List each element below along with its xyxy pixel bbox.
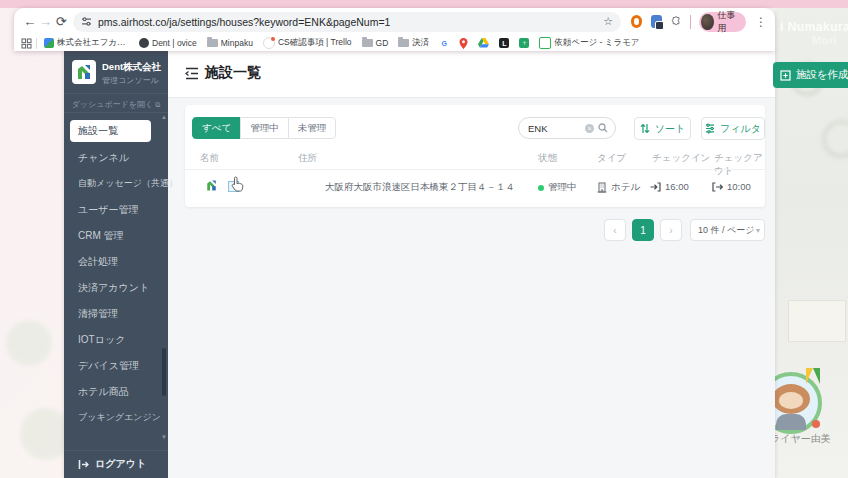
col-header-status: 状態 <box>538 152 557 165</box>
sidebar-item-crm[interactable]: CRM 管理 <box>78 229 124 243</box>
l-app-favicon: L <box>499 38 509 48</box>
page-header: 施設一覧 施設を作成 <box>168 50 775 98</box>
page-1-button[interactable]: 1 <box>632 219 654 241</box>
tab-unmanaged[interactable]: 未管理 <box>288 117 337 139</box>
table-row[interactable]: 大阪府大阪市浪速区日本橋東２丁目４－１４ 管理中 ホテル <box>185 170 765 207</box>
desktop-plant-shape <box>6 320 52 366</box>
row-checkout: 10:00 <box>712 181 751 192</box>
sidebar-item-payment-account[interactable]: 決済アカウント <box>78 281 149 295</box>
sidebar-item-auto-message[interactable]: 自動メッセージ（共通） <box>78 177 178 190</box>
bookmark-efcafe[interactable]: 株式会社エフカフェ -... <box>44 37 129 49</box>
back-button[interactable]: ← <box>22 13 38 31</box>
tab-all[interactable]: すべて <box>192 117 241 139</box>
desktop-map-name-1: i Numakura <box>780 20 848 34</box>
bookmark-sheets[interactable]: ＋ <box>519 38 529 48</box>
ovice-favicon <box>139 38 149 48</box>
extensions-puzzle-icon[interactable] <box>671 15 681 28</box>
plus-square-icon <box>780 70 791 81</box>
bookmark-drive[interactable] <box>478 38 489 48</box>
extensions-row: 仕事用 ⋮ <box>631 12 767 32</box>
pms-page: Dent株式会社 管理コンソール ダッシュボードを開く ⧉ 施設一覧 チャンネル… <box>64 50 775 478</box>
search-icon[interactable] <box>598 123 608 133</box>
bookmark-folder-kessai[interactable]: 決済 <box>398 37 429 49</box>
sidebar-item-accounting[interactable]: 会計処理 <box>78 255 118 269</box>
trello-favicon <box>263 37 275 49</box>
row-status: 管理中 <box>538 181 577 194</box>
sidebar-item-booking-engine[interactable]: ブッキングエンジン <box>78 411 161 424</box>
keyword-search-box: × <box>518 117 616 139</box>
scroll-up-icon[interactable]: ▲ <box>161 114 167 120</box>
bookmark-maps[interactable] <box>459 38 468 49</box>
bookmark-folder-minpaku[interactable]: Minpaku <box>207 38 253 48</box>
sidebar-item-user-admin[interactable]: ユーザー管理 <box>78 203 138 217</box>
sort-button[interactable]: ソート <box>634 117 691 140</box>
toolbar-divider <box>690 15 691 29</box>
desktop-desk-shape <box>788 300 846 342</box>
row-address: 大阪府大阪市浪速区日本橋東２丁目４－１４ <box>325 181 515 194</box>
screenshot-stage: i Numakura Mori ライヤー由美 ← → ⟳ pms.airhost… <box>0 0 848 478</box>
hotel-building-icon <box>597 182 607 193</box>
profile-label: 仕事用 <box>718 9 738 35</box>
logout-button[interactable]: ログアウト <box>78 457 146 471</box>
avatar-accent-dot <box>812 420 820 428</box>
org-logo <box>72 60 96 84</box>
sheets-favicon: ＋ <box>519 38 529 48</box>
status-dot-icon <box>538 185 544 191</box>
filter-button[interactable]: フィルタ <box>701 117 765 140</box>
search-input[interactable] <box>526 122 581 135</box>
address-bar[interactable]: pms.airhost.co/ja/settings/houses?keywor… <box>73 12 621 32</box>
bookmark-l-app[interactable]: L <box>499 38 509 48</box>
org-subtitle: 管理コンソール <box>102 75 159 86</box>
bookmark-google[interactable]: G <box>439 38 449 48</box>
reload-button[interactable]: ⟳ <box>53 13 69 31</box>
bookmark-trello[interactable]: CS確認事項 | Trello <box>263 37 352 49</box>
create-facility-button[interactable]: 施設を作成 <box>773 62 848 88</box>
bookmark-ovice[interactable]: Dent | ovice <box>139 38 197 48</box>
org-name: Dent株式会社 <box>102 61 161 74</box>
prev-page-button[interactable]: ‹ <box>604 219 626 241</box>
site-settings-icon[interactable] <box>81 16 92 27</box>
sidebar-scrollbar[interactable] <box>162 348 166 396</box>
password-extension-icon[interactable] <box>651 15 661 28</box>
chrome-menu-icon[interactable]: ⋮ <box>755 15 767 29</box>
col-header-type: タイプ <box>597 152 626 165</box>
checkin-icon <box>650 182 661 192</box>
filter-sliders-icon <box>705 123 715 134</box>
bookmark-irai-page[interactable]: 依頼ページ - ミラモア <box>539 37 639 49</box>
google-favicon: G <box>439 38 449 48</box>
efcafe-favicon <box>44 38 54 48</box>
collapse-sidebar-icon[interactable] <box>185 67 199 80</box>
folder-icon <box>362 39 373 47</box>
apps-grid-icon[interactable] <box>21 38 32 49</box>
sidebar-item-shisetsu-ichiran[interactable]: 施設一覧 <box>70 120 151 142</box>
mouse-hand-cursor <box>231 176 246 193</box>
sidebar-item-cleaning[interactable]: 清掃管理 <box>78 307 118 321</box>
chevron-down-icon: ▼ <box>754 227 761 234</box>
bookmark-star-icon[interactable]: ☆ <box>603 15 613 28</box>
sidebar-item-device-admin[interactable]: デバイス管理 <box>78 359 139 373</box>
sidebar-divider <box>64 450 168 451</box>
open-dashboard-link[interactable]: ダッシュボードを開く ⧉ <box>64 99 168 110</box>
forward-button[interactable]: → <box>38 13 54 31</box>
tab-managed[interactable]: 管理中 <box>240 117 289 139</box>
sort-icon <box>640 123 650 134</box>
clear-search-icon[interactable]: × <box>585 124 594 133</box>
url-text[interactable]: pms.airhost.co/ja/settings/houses?keywor… <box>98 16 603 28</box>
profile-chip[interactable]: 仕事用 <box>699 12 746 32</box>
scroll-down-icon[interactable]: ▼ <box>161 434 167 440</box>
adblock-extension-icon[interactable] <box>631 15 642 28</box>
bookmark-folder-gd[interactable]: GD <box>362 38 389 48</box>
folder-icon <box>207 39 218 47</box>
next-page-button[interactable]: › <box>660 219 682 241</box>
sidebar-item-channel[interactable]: チャンネル <box>78 151 129 165</box>
sidebar-item-iot-lock[interactable]: IOTロック <box>78 333 125 347</box>
col-header-name: 名前 <box>200 152 219 165</box>
logout-icon <box>78 459 89 470</box>
sidebar-item-hotel-goods[interactable]: ホテル商品 <box>78 385 129 399</box>
folder-icon <box>398 39 409 47</box>
row-checkin: 16:00 <box>650 181 689 192</box>
maps-pin-icon <box>459 38 468 49</box>
page-size-select[interactable]: 10 件 / ページ ▼ <box>690 219 765 241</box>
sidebar-divider <box>64 112 168 113</box>
capture-favicon <box>539 37 551 49</box>
